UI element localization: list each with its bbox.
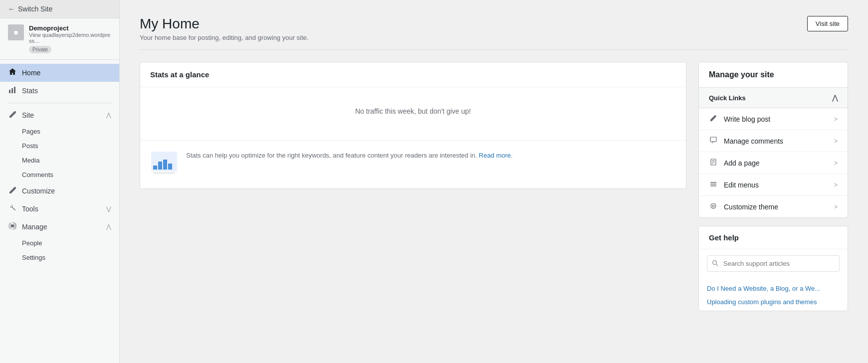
svg-rect-2 <box>14 87 15 93</box>
menus-icon <box>709 181 718 189</box>
stats-icon <box>8 86 17 96</box>
tools-icon <box>8 204 17 214</box>
sidebar-item-stats-label: Stats <box>22 87 38 95</box>
write-icon <box>709 115 718 123</box>
stats-empty-state: No traffic this week, but don't give up! <box>140 87 686 140</box>
customize-theme-arrow-icon: > <box>834 203 838 210</box>
site-icon: ■ <box>8 24 24 40</box>
edit-menus-arrow-icon: > <box>834 182 838 188</box>
manage-submenu: People Settings <box>0 236 119 265</box>
get-help-panel: Get help Do I Need a Website, a Blog, or… <box>698 226 848 311</box>
chart-illustration-icon <box>150 151 178 179</box>
stats-read-more-link[interactable]: Read more. <box>479 152 513 159</box>
switch-site-label: Switch Site <box>18 5 52 13</box>
manage-site-panel: Manage your site Quick Links ⋀ Write blo… <box>698 62 848 218</box>
manage-comments-label: Manage comments <box>724 137 828 145</box>
manage-site-header: Manage your site <box>699 62 848 87</box>
stats-promo: Stats can help you optimize for the righ… <box>140 140 686 188</box>
site-name: Demoproject <box>29 24 111 32</box>
sidebar-subitem-people[interactable]: People <box>0 236 119 250</box>
sidebar-subitem-comments[interactable]: Comments <box>0 168 119 182</box>
svg-point-20 <box>713 260 717 264</box>
customize-theme-label: Customize theme <box>724 203 828 211</box>
site-info: ■ Demoproject View quadlayersp2demo.word… <box>0 18 119 60</box>
edit-menus-label: Edit menus <box>724 181 828 189</box>
search-support-input[interactable] <box>707 255 840 272</box>
manage-chevron-up-icon: ⋀ <box>106 223 111 230</box>
add-page-arrow-icon: > <box>834 160 838 167</box>
sidebar-item-stats[interactable]: Stats <box>0 82 119 100</box>
comments-icon <box>709 137 718 145</box>
page-header: My Home Your home base for posting, edit… <box>140 16 848 50</box>
write-blog-post-arrow-icon: > <box>834 116 838 123</box>
sidebar-subitem-pages[interactable]: Pages <box>0 124 119 139</box>
customize-icon <box>8 186 17 196</box>
quick-link-edit-menus[interactable]: Edit menus > <box>699 174 848 196</box>
svg-rect-15 <box>710 182 716 183</box>
site-submenu: Pages Posts Media Comments <box>0 124 119 182</box>
sidebar-subitem-posts[interactable]: Posts <box>0 139 119 153</box>
sidebar-item-home-label: Home <box>22 69 40 77</box>
quick-link-manage-comments[interactable]: Manage comments > <box>699 130 848 152</box>
svg-rect-16 <box>710 184 716 185</box>
sidebar-subitem-settings[interactable]: Settings <box>0 250 119 265</box>
write-blog-post-label: Write blog post <box>724 115 828 123</box>
stats-panel: Stats at a glance No traffic this week, … <box>140 62 686 189</box>
sidebar-item-tools-label: Tools <box>22 205 38 213</box>
site-chevron-up-icon: ⋀ <box>106 112 111 119</box>
svg-rect-8 <box>168 164 172 170</box>
manage-icon <box>8 222 17 232</box>
site-url: View quadlayersp2demo.wordpress… <box>29 32 111 44</box>
sidebar-item-manage-label: Manage <box>22 223 47 231</box>
manage-comments-arrow-icon: > <box>834 138 838 145</box>
add-page-label: Add a page <box>724 159 828 167</box>
page-icon <box>709 159 718 167</box>
svg-point-19 <box>712 205 714 207</box>
help-link-2[interactable]: Uploading custom plugins and themes <box>699 295 848 309</box>
sidebar: ← Switch Site ■ Demoproject View quadlay… <box>0 0 120 363</box>
help-link-1[interactable]: Do I Need a Website, a Blog, or a We... <box>699 282 848 295</box>
sidebar-item-site-label: Site <box>22 111 34 119</box>
sidebar-subitem-media[interactable]: Media <box>0 153 119 168</box>
svg-rect-17 <box>710 185 716 186</box>
back-arrow-icon: ← <box>8 5 15 13</box>
private-badge: Private <box>29 46 51 53</box>
switch-site-button[interactable]: ← Switch Site <box>0 0 119 18</box>
quick-link-customize-theme[interactable]: Customize theme > <box>699 196 848 217</box>
search-icon <box>712 260 718 268</box>
quick-link-add-page[interactable]: Add a page > <box>699 152 848 174</box>
search-support-container <box>707 255 840 272</box>
svg-point-18 <box>711 203 716 208</box>
sidebar-item-site[interactable]: Site ⋀ <box>0 106 119 124</box>
svg-rect-1 <box>11 88 13 93</box>
svg-rect-9 <box>153 173 175 174</box>
sidebar-item-manage[interactable]: Manage ⋀ <box>0 218 119 236</box>
stats-empty-text: No traffic this week, but don't give up! <box>355 107 471 115</box>
nav-menu: Home Stats Site ⋀ Pages Posts Media Comm… <box>0 60 119 269</box>
sidebar-item-tools[interactable]: Tools ⋁ <box>0 200 119 218</box>
svg-rect-10 <box>710 137 716 142</box>
quick-link-write-blog-post[interactable]: Write blog post > <box>699 108 848 130</box>
visit-site-button[interactable]: Visit site <box>807 16 848 31</box>
content-grid: Stats at a glance No traffic this week, … <box>140 62 848 311</box>
edit-icon <box>8 110 17 120</box>
main-content: My Home Your home base for posting, edit… <box>120 0 868 363</box>
home-icon <box>8 68 17 78</box>
page-title: My Home <box>140 16 308 32</box>
tools-chevron-down-icon: ⋁ <box>106 205 111 212</box>
stats-panel-header: Stats at a glance <box>140 62 686 87</box>
page-subtitle: Your home base for posting, editing, and… <box>140 34 308 41</box>
sidebar-item-customize-label: Customize <box>22 187 55 195</box>
sidebar-item-home[interactable]: Home <box>0 64 119 82</box>
right-panel: Manage your site Quick Links ⋀ Write blo… <box>698 62 848 311</box>
theme-icon <box>709 202 718 211</box>
quick-links-chevron-up-icon: ⋀ <box>832 94 838 102</box>
svg-rect-7 <box>163 160 167 170</box>
nav-divider-1 <box>8 103 111 103</box>
quick-links-label: Quick Links <box>709 94 746 102</box>
stats-promo-text: Stats can help you optimize for the righ… <box>186 151 513 161</box>
page-header-text: My Home Your home base for posting, edit… <box>140 16 308 41</box>
svg-rect-5 <box>153 166 157 170</box>
stats-promo-description: Stats can help you optimize for the righ… <box>186 152 477 159</box>
sidebar-item-customize[interactable]: Customize <box>0 182 119 200</box>
